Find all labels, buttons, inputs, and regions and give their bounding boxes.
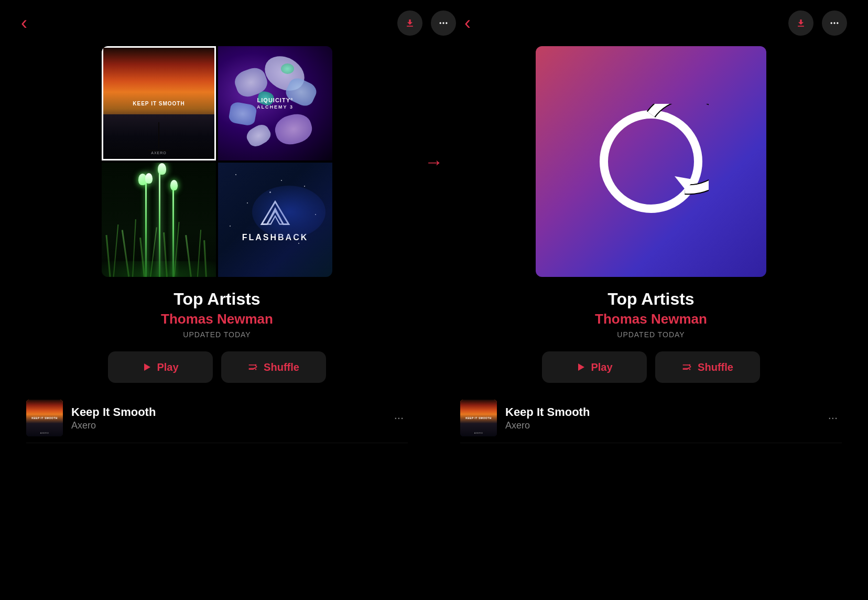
shuffle-icon-left [248,362,258,372]
download-button-right[interactable] [788,10,813,36]
download-button-center[interactable] [397,10,422,36]
svg-point-0 [440,22,441,24]
more-button-right[interactable] [822,10,847,36]
left-track-thumb: KEEP IT SMOOTH AXERO [26,400,63,436]
svg-point-9 [604,114,698,209]
left-panel: KEEP IT SMOOTH AXERO LIQUICI [21,46,413,443]
download-icon-right [796,18,806,28]
left-playlist-artist: Thomas Newman [161,311,273,327]
nav-center: ‹ [397,10,471,36]
left-track-item-1[interactable]: KEEP IT SMOOTH AXERO Keep It Smooth Axer… [26,393,408,443]
more-icon-right [829,18,840,28]
svg-point-12 [689,365,691,366]
cell1-title: KEEP IT SMOOTH [133,101,185,106]
svg-point-1 [442,22,444,24]
left-track-artist: Axero [71,420,382,431]
left-shuffle-button[interactable]: Shuffle [221,351,326,383]
right-shuffle-label: Shuffle [698,361,733,373]
back-button-center[interactable]: ‹ [464,14,471,33]
play-icon-right [576,362,585,372]
collage-cell-3[interactable] [102,163,216,277]
right-arrow-icon: → [425,151,443,173]
right-track-name: Keep It Smooth [505,405,816,419]
right-track-list: KEEP IT SMOOTH AXERO Keep It Smooth Axer… [455,393,847,443]
svg-point-3 [831,22,832,24]
right-track-info: Keep It Smooth Axero [505,405,816,431]
right-playlist-updated: UPDATED TODAY [595,330,707,339]
right-playlist-artist: Thomas Newman [595,311,707,327]
arrow-divider: → [413,46,455,173]
left-action-buttons: Play Shuffle [21,351,413,383]
more-button-center[interactable] [431,10,456,36]
cell1-label: AXERO [151,151,167,155]
svg-point-7 [255,365,257,366]
svg-point-4 [833,22,835,24]
svg-marker-11 [578,363,584,371]
cell2-title: LIQUICITY° ALCHEMY 3 [257,97,294,110]
left-collage: KEEP IT SMOOTH AXERO LIQUICI [102,46,332,277]
right-panel: Top Artists Thomas Newman UPDATED TODAY … [455,46,847,443]
left-track-more-button[interactable]: ··· [390,407,408,429]
back-button-left[interactable]: ‹ [21,14,27,33]
right-track-artist: Axero [505,420,816,431]
svg-point-8 [255,369,257,370]
right-shuffle-button[interactable]: Shuffle [655,351,760,383]
right-action-buttons: Play Shuffle [455,351,847,383]
collage-cell-4[interactable]: FLASHBACK [218,163,332,277]
nav-right [788,10,847,36]
right-track-item-1[interactable]: KEEP IT SMOOTH AXERO Keep It Smooth Axer… [460,393,842,443]
recurrent-logo-icon [593,104,709,219]
right-play-button[interactable]: Play [542,351,647,383]
svg-point-5 [837,22,838,24]
more-icon-center [438,18,449,28]
right-track-thumb: KEEP IT SMOOTH AXERO [460,400,497,436]
svg-marker-6 [144,363,150,371]
shuffle-icon-right [682,362,692,372]
left-track-name: Keep It Smooth [71,405,382,419]
left-playlist-title: Top Artists [161,290,273,309]
left-track-list: KEEP IT SMOOTH AXERO Keep It Smooth Axer… [21,393,413,443]
download-icon-center [405,18,415,28]
play-icon-left [142,362,151,372]
left-playlist-info: Top Artists Thomas Newman UPDATED TODAY [161,290,273,339]
right-artwork [536,46,766,277]
left-play-button[interactable]: Play [108,351,213,383]
top-nav: ‹ ‹ [0,0,868,46]
panels-wrapper: KEEP IT SMOOTH AXERO LIQUICI [0,46,868,443]
right-playlist-title: Top Artists [595,290,707,309]
left-track-info: Keep It Smooth Axero [71,405,382,431]
left-shuffle-label: Shuffle [264,361,299,373]
left-play-label: Play [157,361,178,373]
collage-cell-1[interactable]: KEEP IT SMOOTH AXERO [102,46,216,160]
right-play-label: Play [591,361,612,373]
nav-left: ‹ [21,14,27,33]
left-playlist-updated: UPDATED TODAY [161,330,273,339]
right-playlist-info: Top Artists Thomas Newman UPDATED TODAY [595,290,707,339]
right-track-more-button[interactable]: ··· [824,407,842,429]
collage-cell-2[interactable]: LIQUICITY° ALCHEMY 3 [218,46,332,160]
svg-point-13 [689,369,691,370]
svg-point-2 [446,22,447,24]
